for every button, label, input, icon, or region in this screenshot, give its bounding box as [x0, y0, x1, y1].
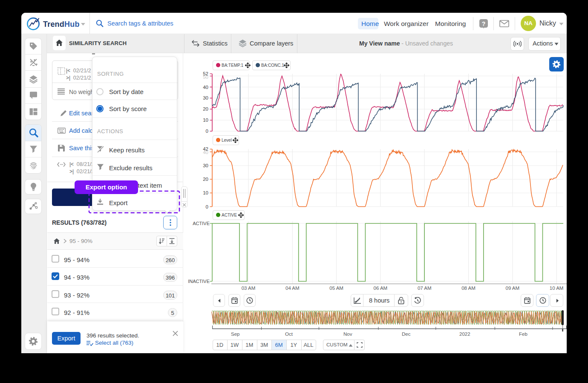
- svg-text:03 AM: 03 AM: [242, 286, 256, 291]
- svg-text:0: 0: [206, 204, 208, 209]
- svg-text:40: 40: [203, 85, 208, 90]
- svg-text:08 AM: 08 AM: [461, 286, 476, 291]
- svg-text:20: 20: [203, 106, 208, 111]
- svg-text:06 AM: 06 AM: [374, 286, 388, 291]
- svg-text:30: 30: [203, 95, 208, 100]
- svg-text:09 AM: 09 AM: [505, 286, 519, 291]
- svg-text:0: 0: [206, 129, 208, 134]
- svg-text:05 AM: 05 AM: [329, 286, 343, 291]
- svg-text:?: ?: [482, 20, 486, 27]
- svg-text:ACTIVE: ACTIVE: [193, 221, 210, 226]
- svg-text:30: 30: [203, 163, 208, 168]
- svg-text:10: 10: [203, 117, 208, 123]
- svg-text:10 AM: 10 AM: [550, 286, 564, 291]
- svg-text:INACTIVE: INACTIVE: [188, 279, 210, 284]
- svg-text:10: 10: [203, 190, 208, 195]
- svg-text:04 AM: 04 AM: [285, 286, 300, 291]
- svg-text:40: 40: [203, 150, 208, 155]
- svg-text:20: 20: [203, 177, 208, 182]
- svg-text:07 AM: 07 AM: [418, 286, 432, 291]
- svg-text:50: 50: [203, 74, 208, 80]
